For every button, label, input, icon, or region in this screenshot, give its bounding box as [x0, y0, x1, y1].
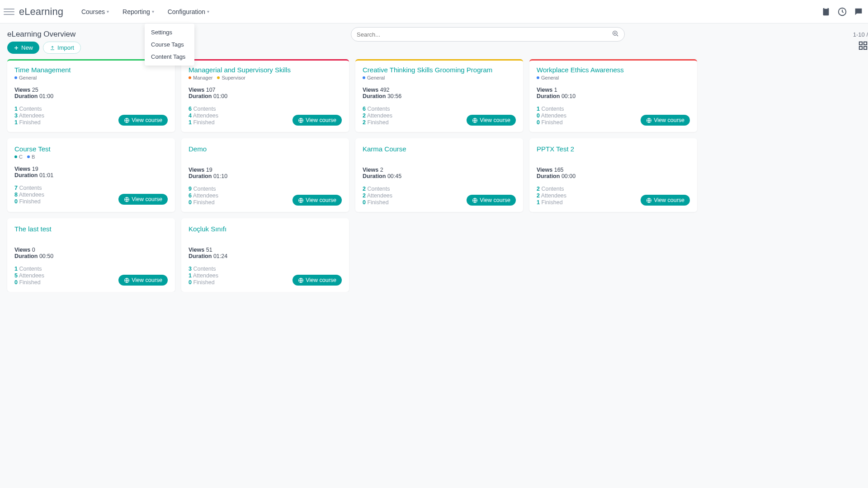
clipboard-icon[interactable] — [821, 7, 831, 17]
new-button-label: New — [21, 44, 33, 51]
course-title: Koçluk Sınıfı — [189, 225, 342, 233]
view-course-button[interactable]: View course — [118, 115, 168, 126]
footer-stats: 2 Contents2 Attendees0 Finished — [363, 186, 392, 206]
course-tags: General — [14, 75, 168, 80]
finished-line: 0 Finished — [14, 279, 44, 286]
tag-dot-icon — [217, 76, 220, 79]
view-course-label: View course — [132, 117, 162, 123]
search-zoom-icon[interactable] — [612, 30, 619, 39]
card-footer: 2 Contents2 Attendees1 FinishedView cour… — [537, 186, 690, 206]
tag-dot-icon — [14, 76, 17, 79]
search-input[interactable] — [357, 31, 612, 38]
footer-stats: 1 Contents0 Attendees0 Finished — [537, 106, 566, 126]
dropdown-content-tags[interactable]: Content Tags — [145, 51, 194, 63]
finished-line: 1 Finished — [189, 119, 218, 126]
dropdown-settings[interactable]: Settings — [145, 26, 194, 38]
course-tag: Manager — [189, 75, 212, 80]
dropdown-course-tags[interactable]: Course Tags — [145, 38, 194, 51]
globe-icon — [124, 117, 130, 123]
globe-icon — [472, 117, 478, 123]
chevron-down-icon: ▾ — [107, 9, 109, 14]
nav-courses[interactable]: Courses ▾ — [81, 8, 109, 15]
nav-configuration[interactable]: Configuration ▾ — [168, 8, 209, 15]
course-tags — [189, 234, 342, 240]
view-course-button[interactable]: View course — [641, 195, 690, 206]
course-card[interactable]: Koçluk SınıfıViews 51Duration 01:243 Con… — [181, 218, 349, 292]
course-tags: ManagerSupervisor — [189, 75, 342, 80]
attendees-line: 2 Attendees — [537, 192, 566, 199]
nav-reporting[interactable]: Reporting ▾ — [123, 8, 154, 15]
course-stats: Views 0Duration 00:50 — [14, 247, 168, 259]
course-card[interactable]: Karma CourseViews 2Duration 00:452 Conte… — [355, 138, 523, 212]
course-card[interactable]: Managerial and Supervisory SkillsManager… — [181, 59, 349, 132]
view-course-button[interactable]: View course — [292, 115, 342, 126]
globe-icon — [124, 197, 130, 202]
tag-label: C — [19, 154, 23, 160]
finished-line: 1 Finished — [14, 119, 44, 126]
card-footer: 6 Contents4 Attendees1 FinishedView cour… — [189, 106, 342, 126]
course-tag: B — [27, 154, 35, 160]
attendees-line: 0 Attendees — [537, 113, 566, 119]
views-line: Views 19 — [14, 166, 168, 172]
course-card[interactable]: PPTX Test 2Views 165Duration 00:002 Cont… — [529, 138, 697, 212]
finished-line: 0 Finished — [537, 119, 566, 126]
footer-stats: 6 Contents4 Attendees1 Finished — [189, 106, 218, 126]
course-tags: General — [537, 75, 690, 80]
course-card[interactable]: Course TestCBViews 19Duration 01:017 Con… — [7, 138, 175, 212]
tag-dot-icon — [14, 155, 17, 158]
view-course-button[interactable]: View course — [467, 195, 516, 206]
view-course-button[interactable]: View course — [292, 195, 342, 206]
course-stats: Views 107Duration 01:00 — [189, 87, 342, 99]
course-stats: Views 19Duration 01:10 — [189, 167, 342, 179]
duration-line: Duration 30:56 — [363, 93, 516, 99]
course-stats: Views 19Duration 01:01 — [14, 166, 168, 178]
view-course-label: View course — [306, 277, 336, 283]
course-stats: Views 165Duration 00:00 — [537, 167, 690, 179]
pager-text: 1-10 / — [853, 31, 868, 38]
contents-line: 1 Contents — [14, 266, 44, 272]
view-course-button[interactable]: View course — [118, 275, 168, 286]
nav-items: Courses ▾ Reporting ▾ Configuration ▾ — [81, 8, 209, 15]
course-card[interactable]: Time ManagementGeneralViews 25Duration 0… — [7, 59, 175, 132]
new-button[interactable]: New — [7, 42, 39, 54]
course-title: PPTX Test 2 — [537, 145, 690, 153]
card-footer: 3 Contents1 Attendees0 FinishedView cour… — [189, 266, 342, 286]
hamburger-icon[interactable] — [4, 6, 14, 17]
globe-icon — [298, 277, 304, 283]
view-course-button[interactable]: View course — [641, 115, 690, 126]
course-card[interactable]: Creative Thinking Skills Grooming Progra… — [355, 59, 523, 132]
view-course-button[interactable]: View course — [292, 275, 342, 286]
brand-title: eLearning — [19, 6, 63, 18]
view-course-button[interactable]: View course — [118, 194, 168, 205]
footer-stats: 2 Contents2 Attendees1 Finished — [537, 186, 566, 206]
kanban-view-toggle[interactable] — [858, 41, 868, 52]
views-line: Views 51 — [189, 247, 342, 253]
course-tags: CB — [14, 154, 168, 160]
search-box[interactable] — [351, 27, 625, 42]
clock-icon[interactable] — [837, 7, 847, 17]
course-stats: Views 1Duration 00:10 — [537, 87, 690, 99]
contents-line: 6 Contents — [189, 106, 218, 112]
footer-stats: 6 Contents2 Attendees2 Finished — [363, 106, 392, 126]
course-stats: Views 2Duration 00:45 — [363, 167, 516, 179]
tag-label: B — [32, 154, 35, 160]
import-button[interactable]: Import — [43, 42, 81, 54]
chat-icon[interactable] — [854, 7, 863, 17]
view-course-button[interactable]: View course — [467, 115, 516, 126]
card-footer: 9 Contents6 Attendees0 FinishedView cour… — [189, 186, 342, 206]
views-line: Views 165 — [537, 167, 690, 173]
course-card[interactable]: Workplace Ethics AwarenessGeneralViews 1… — [529, 59, 697, 132]
view-course-label: View course — [480, 197, 510, 203]
course-title: The last test — [14, 225, 168, 233]
attendees-line: 3 Attendees — [14, 113, 44, 119]
course-card[interactable]: The last testViews 0Duration 00:501 Cont… — [7, 218, 175, 292]
nav-right-icons — [821, 7, 863, 17]
card-footer: 1 Contents5 Attendees0 FinishedView cour… — [14, 266, 168, 286]
duration-line: Duration 01:00 — [189, 93, 342, 99]
course-card[interactable]: DemoViews 19Duration 01:109 Contents6 At… — [181, 138, 349, 212]
grid-icon — [858, 41, 868, 51]
globe-icon — [298, 117, 304, 123]
duration-line: Duration 01:10 — [189, 173, 342, 179]
svg-rect-0 — [823, 8, 829, 15]
contents-line: 1 Contents — [537, 106, 566, 112]
